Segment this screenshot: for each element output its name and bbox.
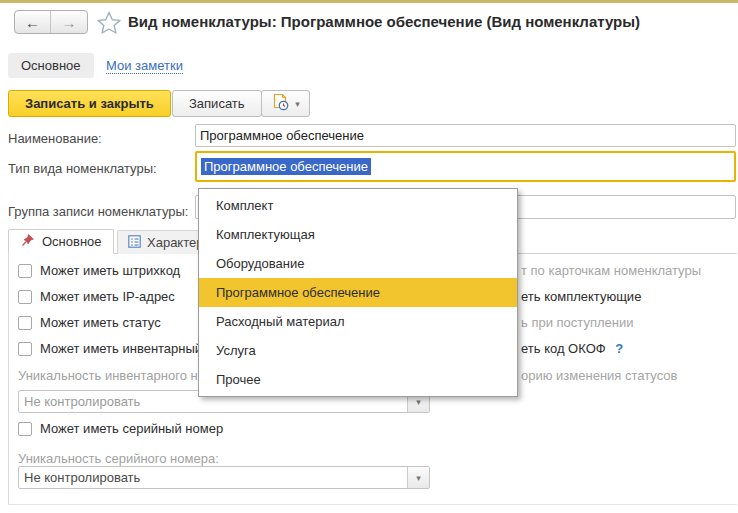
type-field-label: Тип вида номенклатуры: [8, 161, 157, 176]
save-and-close-button[interactable]: Записать и закрыть [8, 90, 171, 117]
back-button[interactable]: ← [15, 11, 51, 33]
group-field-label: Группа записи номенклатуры: [8, 204, 188, 219]
dropdown-item-raskhodny-material[interactable]: Расходный материал [199, 307, 517, 336]
name-input-value: Программное обеспечение [200, 128, 364, 143]
window-accent-bar [0, 0, 738, 3]
save-button[interactable]: Записать [172, 90, 262, 117]
nav-button-group: ← → [14, 10, 88, 34]
tab-main[interactable]: Основное [8, 229, 114, 254]
dropdown-item-komplektuyushchaya[interactable]: Комплектующая [199, 220, 517, 249]
forward-button[interactable]: → [51, 11, 87, 33]
name-input[interactable]: Программное обеспечение [195, 124, 736, 147]
section-tab-main[interactable]: Основное [8, 53, 94, 78]
type-input-selected-text: Программное обеспечение [201, 158, 371, 175]
chevron-down-icon: ▾ [295, 99, 300, 109]
tab-characteristics-label: Характер [147, 235, 203, 250]
dropdown-item-oborudovanie[interactable]: Оборудование [199, 249, 517, 278]
dropdown-item-programmnoe-obespechenie[interactable]: Программное обеспечение [199, 278, 517, 307]
form-list-icon [128, 235, 141, 251]
tab-main-label: Основное [42, 234, 102, 249]
dropdown-item-usluga[interactable]: Услуга [199, 336, 517, 365]
save-history-split-button[interactable]: ▾ [261, 90, 310, 117]
name-field-label: Наименование: [8, 131, 102, 146]
document-clock-icon [271, 93, 290, 115]
pushpin-icon [20, 233, 35, 251]
section-link-notes[interactable]: Мои заметки [106, 58, 183, 74]
dropdown-item-komplekt[interactable]: Комплект [199, 191, 517, 220]
favorite-star-icon[interactable] [96, 10, 122, 39]
dropdown-item-prochee[interactable]: Прочее [199, 365, 517, 394]
type-dropdown-list: Комплект Комплектующая Оборудование Прог… [198, 188, 518, 397]
type-input[interactable]: Программное обеспечение [195, 151, 736, 182]
page-title: Вид номенклатуры: Программное обеспечени… [128, 13, 640, 30]
